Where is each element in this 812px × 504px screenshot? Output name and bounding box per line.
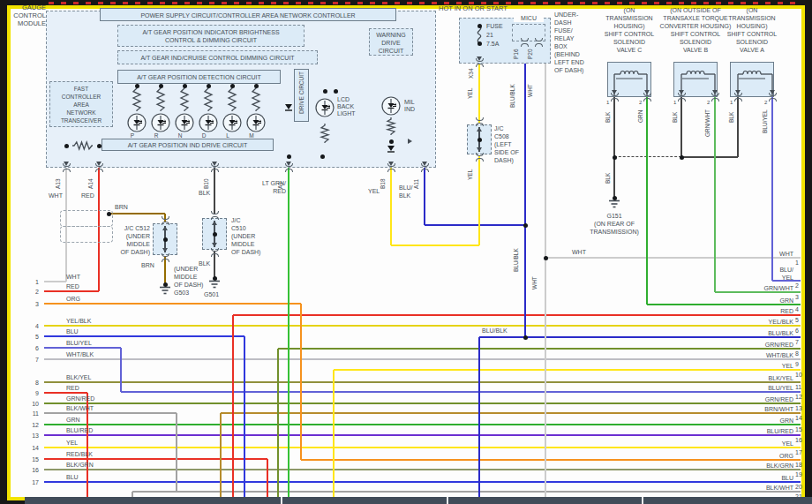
text-line: YEL bbox=[758, 274, 793, 282]
wire-BLU bbox=[44, 335, 244, 337]
ground-icon bbox=[608, 199, 620, 210]
wire-color-label-rotated: YEL bbox=[467, 161, 473, 180]
wire-color-label: BLK bbox=[199, 189, 210, 197]
pin-bracket-icon bbox=[63, 169, 71, 172]
right-row-label: BLU bbox=[705, 474, 793, 482]
wire-color-label: WHT bbox=[572, 248, 586, 256]
micu-pin-label: P16 bbox=[513, 45, 519, 59]
diode-icon bbox=[285, 104, 292, 112]
led-position-label: P bbox=[129, 132, 136, 139]
wire-BLK bbox=[614, 156, 681, 157]
right-row-number: 14 bbox=[795, 414, 802, 422]
wire-YEL bbox=[478, 156, 480, 245]
text-line: FUSE bbox=[486, 22, 503, 31]
power-supply-header: POWER SUPPLY CIRCUIT/CONTROLLER AREA NET… bbox=[140, 12, 355, 19]
jc-c508-label: J/CC508(LEFTSIDE OFDASH) bbox=[494, 124, 519, 164]
right-row-label: GRN/RED bbox=[705, 341, 793, 349]
wire-BLK bbox=[613, 97, 615, 157]
arrow-up-icon bbox=[477, 127, 482, 132]
right-row-number: 8 bbox=[795, 350, 799, 357]
wire-BLU/YEL bbox=[44, 347, 121, 349]
wire-GRN bbox=[44, 424, 801, 425]
text-line: LIGHT bbox=[337, 110, 356, 117]
wire-color-label-rotated: GRN/WHT bbox=[704, 107, 710, 137]
pin-bracket-icon bbox=[387, 169, 395, 172]
text-line: (UNDER bbox=[95, 232, 150, 240]
text-line: MIL bbox=[404, 99, 415, 106]
wire-BLK/WHT bbox=[44, 412, 177, 414]
pin-bracket-icon bbox=[211, 248, 219, 252]
wire-BLK bbox=[214, 168, 215, 214]
text-line: J/C bbox=[231, 216, 260, 224]
resistor-icon bbox=[228, 87, 237, 111]
pin-bracket-icon bbox=[535, 43, 543, 47]
wire-BLK bbox=[681, 156, 738, 158]
text-line: A/T GEAR POSITION INDICATOR BRIGHTNESS bbox=[118, 28, 304, 36]
pin-bracket-icon bbox=[734, 98, 742, 102]
text-line: J/C C512 bbox=[95, 224, 150, 232]
text-line: HOUSING) bbox=[708, 22, 796, 30]
text-line: LEFT END bbox=[554, 58, 584, 66]
micu-label: MICU bbox=[514, 14, 544, 22]
wire-YEL bbox=[333, 370, 335, 500]
left-row-number: 16 bbox=[25, 466, 39, 474]
left-row-label: ORG bbox=[66, 295, 80, 303]
text-line: OF DASH) bbox=[174, 281, 203, 289]
right-row-label: GRN bbox=[705, 417, 793, 425]
pin-bracket-icon bbox=[421, 169, 429, 172]
right-row-number: 15 bbox=[795, 425, 802, 433]
text-line: DASH bbox=[554, 19, 584, 26]
junction-dot bbox=[680, 155, 684, 160]
right-row-number: 7 bbox=[795, 338, 799, 346]
module-pin-label: B10 bbox=[203, 171, 209, 189]
left-row-number: 11 bbox=[25, 410, 39, 417]
text-line: DASH) bbox=[494, 156, 519, 164]
wire-YEL bbox=[44, 447, 801, 448]
lcd-backlight-label: LCDBACKLIGHT bbox=[337, 96, 356, 117]
wire-BLU/BLK bbox=[478, 337, 480, 500]
wire-BLK bbox=[613, 157, 615, 198]
g501-label: G501 bbox=[204, 290, 219, 298]
right-row-label: YEL/BLK bbox=[705, 318, 793, 326]
text-line: SHIFT CONTROL bbox=[708, 30, 796, 38]
diode-icon bbox=[387, 146, 395, 154]
bottom-bar-gap bbox=[281, 497, 282, 504]
left-row-label: WHT/BLK bbox=[66, 350, 94, 358]
drive-circuit-vertical-label: DRIVE CIRCUIT bbox=[298, 71, 305, 114]
arrow-down-icon bbox=[162, 248, 168, 252]
wire-color-label: RED bbox=[81, 192, 94, 199]
dimming-circuit-box: A/T GEAR IND/CRUISE CONTROL DIMMING CIRC… bbox=[117, 50, 318, 64]
text-line: OF DASH) bbox=[231, 248, 260, 256]
wire-LT GRN/RED bbox=[288, 168, 289, 500]
text-line: CONTROL bbox=[5, 11, 46, 19]
text-line: 7.5A bbox=[486, 40, 503, 49]
wire-BLU/BLK bbox=[425, 224, 525, 226]
wire-YEL/BLK bbox=[44, 325, 801, 327]
left-row-label: BLU/RED bbox=[66, 426, 93, 434]
pin-bracket-icon bbox=[211, 211, 219, 214]
junction-dot bbox=[183, 84, 187, 88]
left-row-number: 1 bbox=[25, 278, 39, 286]
right-row-number: 2 bbox=[795, 282, 799, 290]
text-line: MIDDLE bbox=[174, 273, 203, 281]
left-row-number: 10 bbox=[25, 400, 39, 408]
junction-dot bbox=[320, 154, 325, 159]
valve-pin-number: 1 bbox=[606, 99, 609, 107]
pin-bracket-icon bbox=[711, 98, 719, 102]
wiring-diagram: GAUGECONTROLMODULE POWER SUPPLY CIRCUIT/… bbox=[0, 0, 812, 504]
wire-BLU bbox=[44, 481, 801, 483]
valve-pin-number: 2 bbox=[707, 99, 710, 107]
text-line: (ON bbox=[708, 6, 796, 14]
right-row-label: GRN/WHT bbox=[705, 284, 793, 292]
pin-bracket-icon bbox=[162, 222, 169, 225]
led-position-label: N bbox=[177, 132, 184, 139]
text-line: (LEFT bbox=[494, 140, 519, 148]
right-row-label: BLK/WHT bbox=[705, 484, 793, 492]
bottom-connector-bar bbox=[25, 497, 812, 504]
text-line: MODULE bbox=[5, 19, 46, 27]
wire-color-label-rotated: BLK bbox=[605, 107, 611, 123]
right-row-label: BLU/RED bbox=[705, 427, 793, 435]
text-line: CONTROL & DIMMING CIRCUIT bbox=[118, 36, 304, 44]
wire-color-label-rotated: WHT bbox=[531, 268, 538, 290]
left-row-label: RED bbox=[66, 282, 79, 290]
